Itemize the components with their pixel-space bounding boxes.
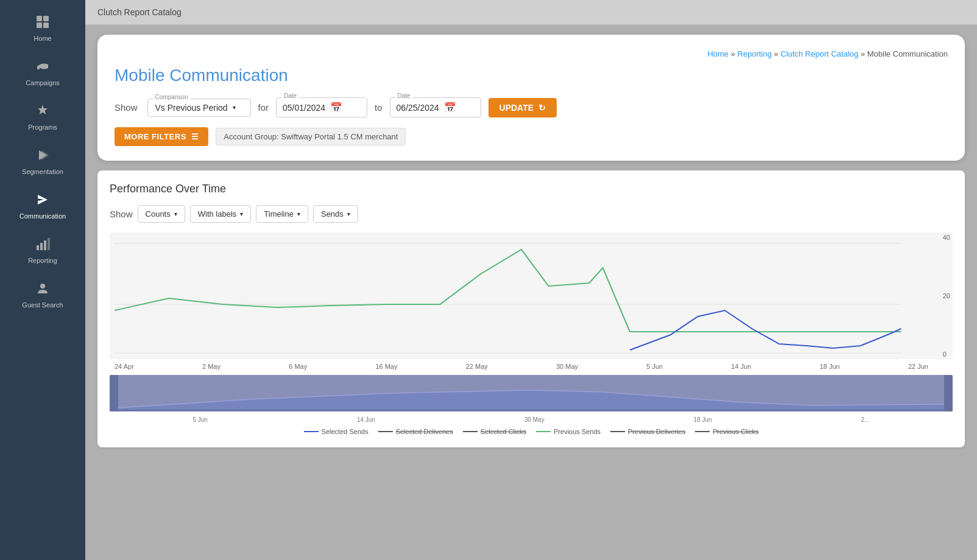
sidebar-item-guest-search[interactable]: Guest Search xyxy=(0,273,85,317)
svg-marker-16 xyxy=(110,390,953,411)
date-from-input[interactable]: Date 05/01/2024 📅 xyxy=(276,97,367,117)
timeline-dropdown[interactable]: Timeline ▾ xyxy=(256,205,308,223)
date-to-input[interactable]: Date 06/25/2024 📅 xyxy=(390,97,481,117)
y-label-20: 20 xyxy=(943,292,950,299)
svg-rect-4 xyxy=(37,66,40,69)
navigator-handle-right[interactable] xyxy=(944,375,953,411)
update-button[interactable]: UPDATE ↻ xyxy=(488,98,557,117)
nav-label-3: 18 Jun xyxy=(694,416,712,423)
svg-rect-0 xyxy=(37,16,42,21)
performance-chart xyxy=(115,237,928,359)
breadcrumb-reporting[interactable]: Reporting xyxy=(738,49,772,58)
chart-section-title: Performance Over Time xyxy=(110,183,953,195)
sidebar-item-segmentation[interactable]: Segmentation xyxy=(0,139,85,184)
content-area: Home » Reporting » Clutch Report Catalog… xyxy=(85,25,977,560)
legend-label-selected-sends: Selected Sends xyxy=(322,428,369,435)
sends-chevron-icon: ▾ xyxy=(347,211,350,217)
filter-row-2: MORE FILTERS ☰ Account Group: Swiftway P… xyxy=(115,127,948,146)
filter-row-1: Show Comparison Vs Previous Period ▾ for… xyxy=(115,97,948,117)
svg-marker-7 xyxy=(38,195,48,205)
date-from-value: 05/01/2024 xyxy=(283,103,325,113)
svg-rect-8 xyxy=(37,245,39,250)
x-label-7: 14 Jun xyxy=(731,363,751,370)
date-to-label: Date xyxy=(395,93,413,99)
x-label-9: 22 Jun xyxy=(908,363,928,370)
to-label: to xyxy=(375,102,383,113)
navigator-container[interactable] xyxy=(110,375,953,411)
for-label: for xyxy=(258,102,269,113)
sends-dropdown[interactable]: Sends ▾ xyxy=(313,205,358,223)
legend-selected-sends: Selected Sends xyxy=(304,428,369,435)
x-label-5: 30 May xyxy=(556,363,578,370)
svg-rect-2 xyxy=(37,23,42,28)
sidebar-label-programs: Programs xyxy=(28,124,57,131)
x-label-8: 18 Jun xyxy=(820,363,840,370)
breadcrumb-home[interactable]: Home xyxy=(707,49,728,58)
legend-selected-deliveries: Selected Deliveries xyxy=(378,428,453,435)
filter-card: Home » Reporting » Clutch Report Catalog… xyxy=(97,35,965,161)
sidebar: Home Campaigns Programs Segmentation Com… xyxy=(0,0,85,560)
show-label: Show xyxy=(115,102,138,113)
breadcrumb-catalog[interactable]: Clutch Report Catalog xyxy=(780,49,858,58)
navigator-handle-left[interactable] xyxy=(110,375,118,411)
y-axis-labels: 40 20 0 xyxy=(943,233,950,359)
filter-icon: ☰ xyxy=(191,132,199,141)
svg-rect-3 xyxy=(43,23,49,28)
sidebar-item-home[interactable]: Home xyxy=(0,6,85,51)
date-to-value: 06/25/2024 xyxy=(397,103,439,113)
comparison-dropdown[interactable]: Comparison Vs Previous Period ▾ xyxy=(147,99,251,117)
filter-tag: Account Group: Swiftway Portal 1.5 CM me… xyxy=(216,128,406,145)
counts-dropdown[interactable]: Counts ▾ xyxy=(138,205,185,223)
nav-label-0: 5 Jun xyxy=(192,416,207,423)
sidebar-label-campaigns: Campaigns xyxy=(26,79,60,86)
sidebar-label-home: Home xyxy=(34,35,51,42)
with-labels-label: With labels xyxy=(198,209,237,219)
sidebar-item-communication[interactable]: Communication xyxy=(0,184,85,228)
legend-line-previous-sends xyxy=(536,431,551,432)
svg-marker-6 xyxy=(41,150,49,160)
update-label: UPDATE xyxy=(499,103,534,113)
svg-point-12 xyxy=(40,284,45,289)
sidebar-item-campaigns[interactable]: Campaigns xyxy=(0,51,85,95)
legend-selected-clicks: Selected Clicks xyxy=(463,428,526,435)
svg-rect-11 xyxy=(48,238,50,250)
timeline-chevron-icon: ▾ xyxy=(297,211,300,217)
y-label-0: 0 xyxy=(943,351,950,358)
legend-line-previous-deliveries xyxy=(610,431,625,432)
legend-line-selected-deliveries xyxy=(378,431,393,432)
with-labels-chevron-icon: ▾ xyxy=(240,211,243,217)
sidebar-label-segmentation: Segmentation xyxy=(22,168,63,175)
date-from-label: Date xyxy=(281,93,299,99)
x-label-2: 6 May xyxy=(289,363,307,370)
topbar: Clutch Report Catalog xyxy=(85,0,977,25)
x-label-4: 22 May xyxy=(466,363,488,370)
svg-rect-1 xyxy=(43,16,49,21)
x-label-3: 16 May xyxy=(375,363,397,370)
comparison-chevron-icon: ▾ xyxy=(233,104,236,111)
chart-legend: Selected Sends Selected Deliveries Selec… xyxy=(110,428,953,435)
navigator-chart xyxy=(110,375,953,411)
comparison-label: Comparison xyxy=(153,94,191,100)
chart-section: Performance Over Time Show Counts ▾ With… xyxy=(97,170,965,447)
sends-label: Sends xyxy=(321,209,344,219)
legend-label-previous-clicks: Previous Clicks xyxy=(713,428,758,435)
counts-chevron-icon: ▾ xyxy=(174,211,177,217)
topbar-title: Clutch Report Catalog xyxy=(97,7,182,17)
refresh-icon: ↻ xyxy=(538,103,546,113)
calendar-to-icon: 📅 xyxy=(444,102,456,113)
reporting-icon xyxy=(35,237,50,254)
sidebar-item-programs[interactable]: Programs xyxy=(0,95,85,139)
legend-line-previous-clicks xyxy=(695,431,710,432)
sidebar-item-reporting[interactable]: Reporting xyxy=(0,228,85,273)
chart-controls: Show Counts ▾ With labels ▾ Timeline ▾ S… xyxy=(110,205,953,223)
legend-line-selected-clicks xyxy=(463,431,478,432)
legend-label-previous-sends: Previous Sends xyxy=(554,428,601,435)
programs-icon xyxy=(35,103,50,121)
with-labels-dropdown[interactable]: With labels ▾ xyxy=(190,205,252,223)
more-filters-button[interactable]: MORE FILTERS ☰ xyxy=(115,127,208,146)
counts-label: Counts xyxy=(146,209,171,219)
legend-previous-sends: Previous Sends xyxy=(536,428,601,435)
segmentation-icon xyxy=(35,148,50,165)
breadcrumb-current: Mobile Communication xyxy=(867,49,948,58)
sidebar-label-reporting: Reporting xyxy=(28,257,57,264)
